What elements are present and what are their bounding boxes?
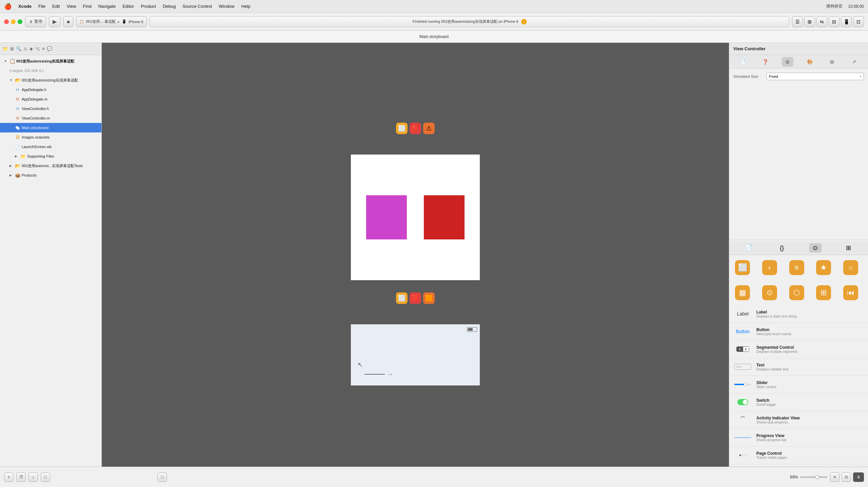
simulated-size-select[interactable]: Fixed ▾ bbox=[767, 73, 864, 80]
library-item-switch[interactable]: Switch On/off toggle bbox=[729, 394, 868, 411]
file-viewcontroller-h[interactable]: H ViewController.h bbox=[0, 104, 101, 113]
library-item-pagecontrol[interactable]: Page Control Tracks visible pages bbox=[729, 447, 868, 464]
menu-view[interactable]: View bbox=[67, 4, 76, 9]
comp-collection[interactable]: ⊞ bbox=[812, 282, 835, 304]
menu-source-control[interactable]: Source Control bbox=[183, 4, 212, 9]
comp-3d-view[interactable]: ⬡ bbox=[786, 282, 808, 304]
tab-identity[interactable]: ⊙ bbox=[782, 57, 793, 67]
file-main-storyboard[interactable]: 🎭 Main.storyboard bbox=[0, 123, 101, 132]
comp-media-player[interactable]: ⏮ bbox=[839, 282, 862, 304]
menu-edit[interactable]: Edit bbox=[52, 4, 60, 9]
scene2-icon-yellow[interactable]: ⬜ bbox=[396, 292, 408, 304]
file-viewcontroller-m[interactable]: M ViewController.m bbox=[0, 113, 101, 123]
library-item-segmented[interactable]: 1 2 Segmented Control Displays multiple … bbox=[729, 341, 868, 358]
project-root[interactable]: ▼ 📋 001使用autoresizing实现屏幕适配 bbox=[0, 56, 101, 66]
tab-file-template[interactable]: 📄 bbox=[742, 243, 755, 253]
tests-group[interactable]: ▶ 📂 001使用autoresi...实现屏幕适配Tests bbox=[0, 161, 101, 170]
vc-icon-orange[interactable]: ⚠ bbox=[423, 123, 435, 134]
tab-object-library[interactable]: ⊙ bbox=[809, 243, 822, 253]
comp-tableview[interactable]: ▦ bbox=[731, 282, 754, 304]
canvas-mode-button[interactable]: □ bbox=[157, 472, 167, 482]
sort-button[interactable]: ↕ bbox=[29, 472, 38, 482]
comp-tab-bar-controller[interactable]: ★ bbox=[812, 256, 835, 279]
test-navigator-icon[interactable]: ◈ bbox=[30, 46, 33, 51]
file-images-xcassets[interactable]: 🖼 Images.xcassets bbox=[0, 132, 101, 142]
minimize-button[interactable] bbox=[11, 19, 16, 24]
tab-file-inspector[interactable]: 📄 bbox=[737, 57, 749, 67]
zoom-button[interactable] bbox=[18, 19, 22, 24]
storyboard-title: Main.storyboard bbox=[0, 31, 868, 43]
library-item-button[interactable]: Button Button Intercepts touch events bbox=[729, 323, 868, 341]
bottom-mid: 89% bbox=[170, 475, 827, 480]
tab-size[interactable]: ⊞ bbox=[826, 57, 838, 67]
tab-media-library[interactable]: ⊞ bbox=[843, 243, 855, 253]
menu-product[interactable]: Product bbox=[141, 4, 156, 9]
file-launchscreen[interactable]: 📄 LaunchScreen.xib bbox=[0, 142, 101, 151]
library-bottom-btn[interactable]: ⊙ bbox=[842, 472, 851, 482]
filter-button[interactable]: ⏱ bbox=[16, 472, 26, 482]
menu-find[interactable]: Find bbox=[83, 4, 91, 9]
comp-table-view-controller[interactable]: ≡ bbox=[786, 256, 808, 279]
search-navigator-icon[interactable]: 🔍 bbox=[16, 46, 21, 51]
menu-window[interactable]: Window bbox=[219, 4, 234, 9]
stop-button[interactable]: ■ bbox=[63, 16, 73, 27]
vc-icon-yellow[interactable]: ⬜ bbox=[396, 123, 408, 134]
tab-connections[interactable]: ↗ bbox=[848, 57, 860, 67]
debug-navigator-icon[interactable]: ⌥ bbox=[35, 46, 40, 51]
scheme-selector[interactable]: 📋 001使用…·幕适配 ▸ 📱 iPhone 6 bbox=[76, 16, 147, 27]
inspector-bottom-btn[interactable]: ≡ bbox=[830, 472, 839, 482]
library-item-slider[interactable]: Slider Slider control bbox=[729, 376, 868, 394]
file-appdelegate-m[interactable]: M AppDelegate.m bbox=[0, 94, 101, 104]
library-item-textfield[interactable]: Text Text Displays editable text bbox=[729, 358, 868, 376]
comp-view-controller[interactable]: ○ bbox=[839, 256, 862, 279]
menu-editor[interactable]: Editor bbox=[122, 4, 134, 9]
pause-indicator-button[interactable]: ⏸ bbox=[853, 472, 864, 482]
library-item-label[interactable]: Label Label Displays a static text strin… bbox=[729, 305, 868, 323]
tab-quick-help[interactable]: ❓ bbox=[759, 57, 771, 67]
tab-code-snippet[interactable]: {} bbox=[776, 243, 788, 253]
menu-file[interactable]: File bbox=[38, 4, 45, 9]
editor-toggle[interactable]: ⇆ bbox=[816, 16, 827, 27]
menu-navigate[interactable]: Navigate bbox=[98, 4, 116, 9]
comp-navigation-controller[interactable]: ‹ bbox=[758, 256, 781, 279]
zoom-slider[interactable] bbox=[800, 476, 827, 478]
library-item-activity[interactable]: Activity Indicator View Shows task progr… bbox=[729, 411, 868, 429]
comp-container-view[interactable]: ⬜ bbox=[731, 256, 754, 279]
version-editor-icon[interactable]: ⊞ bbox=[10, 46, 14, 51]
utility-toggle[interactable]: ⊡ bbox=[853, 16, 864, 27]
issue-navigator-icon[interactable]: ⚠ bbox=[23, 46, 27, 51]
component-grid-row2: ▦ ⊙ ⬡ ⊞ ⏮ bbox=[729, 280, 868, 305]
canvas-area[interactable]: ⬜ 🔴 ⚠ ⬜ 🟥 🟧 bbox=[102, 43, 729, 467]
supporting-files-group[interactable]: ▶ 📁 Supporting Files bbox=[0, 151, 101, 161]
menu-debug[interactable]: Debug bbox=[163, 4, 176, 9]
library-item-separator[interactable]: Progress View Shows progress bar bbox=[729, 429, 868, 447]
library-item-stepper[interactable]: − + −+ Stepper control bbox=[729, 464, 868, 467]
zoom-thumb bbox=[815, 475, 819, 479]
view-selector[interactable]: ⊞ bbox=[804, 16, 815, 27]
view-toggle-button[interactable]: □ bbox=[41, 472, 50, 482]
input-method[interactable]: 搜狗拼音 bbox=[826, 3, 843, 9]
add-file-button[interactable]: + bbox=[4, 472, 14, 482]
navigator-toggle[interactable]: ☰ bbox=[792, 16, 803, 27]
show-navigator-icon[interactable]: 📁 bbox=[3, 46, 8, 51]
split-view[interactable]: ⊟ bbox=[829, 16, 839, 27]
device-view[interactable]: 📱 bbox=[841, 16, 852, 27]
file-appdelegate-h[interactable]: H AppDelegate.h bbox=[0, 85, 101, 94]
switch-preview-icon bbox=[733, 399, 753, 405]
apple-menu[interactable]: 🍎 bbox=[4, 3, 12, 10]
play-button[interactable]: ▶ bbox=[49, 16, 60, 27]
products-group[interactable]: ▶ 📦 Products bbox=[0, 170, 101, 180]
vc-content bbox=[351, 155, 480, 280]
menu-xcode[interactable]: Xcode bbox=[18, 4, 32, 9]
vc-icon-red[interactable]: 🔴 bbox=[410, 123, 421, 134]
report-navigator-icon[interactable]: 💬 bbox=[47, 46, 52, 51]
scene2-icon-orange[interactable]: 🟧 bbox=[423, 292, 435, 304]
breakpoint-navigator-icon[interactable]: ≡ bbox=[42, 46, 45, 51]
comp-mapkit[interactable]: ⊙ bbox=[758, 282, 781, 304]
scene2-icon-red[interactable]: 🟥 bbox=[410, 292, 421, 304]
tab-attributes[interactable]: 🎨 bbox=[804, 57, 815, 67]
main-group[interactable]: ▼ 📂 001使用autoresizing实现屏幕适配 bbox=[0, 75, 101, 85]
pause-button[interactable]: ⏸ 暂停 bbox=[25, 16, 46, 27]
menu-help[interactable]: Help bbox=[241, 4, 250, 9]
close-button[interactable] bbox=[4, 19, 9, 24]
